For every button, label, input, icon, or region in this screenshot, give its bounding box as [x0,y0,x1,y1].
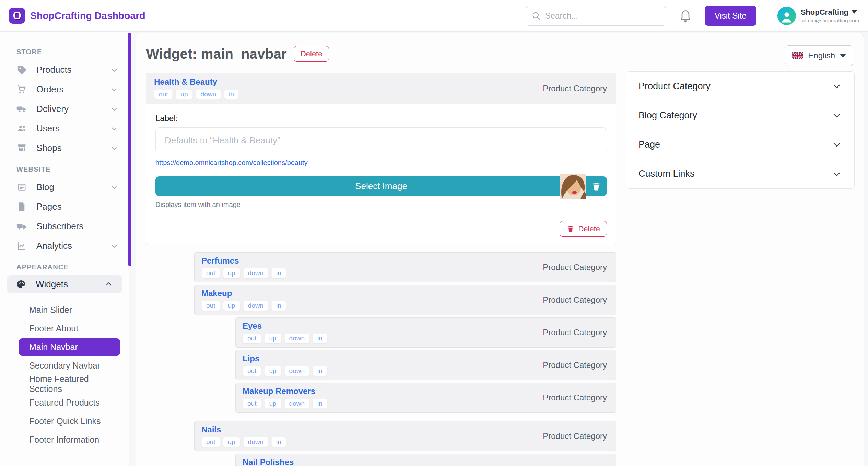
widget-link[interactable]: Home Featured Sections [19,375,120,393]
accordion-header[interactable]: Page [626,130,854,159]
widget-links: Main Slider Footer About Main Navbar Sec… [0,301,129,448]
sidebar-item[interactable]: Blog [0,177,129,197]
item-title-link[interactable]: Health & Beauty [154,77,217,87]
user-menu-caret-icon [852,10,857,14]
accordion-header[interactable]: Blog Category [626,101,854,130]
accordion-label: Page [638,139,660,150]
widget-link[interactable]: Main Slider [19,301,120,318]
image-hint: Displays item with an image [155,201,607,209]
notifications-bell-icon[interactable] [679,8,692,23]
accordion-header[interactable]: Product Category [626,72,854,101]
widget-link[interactable]: Main Navbar [19,338,120,356]
item-type-label: Product Category [543,393,607,403]
editor-card: Health & Beauty outupdownin Product Cate… [146,73,616,245]
chart-icon [16,241,27,251]
move-in-button[interactable]: in [313,398,327,409]
move-down-button[interactable]: down [284,366,309,376]
move-down-button[interactable]: down [284,398,309,409]
sidebar-item[interactable]: Analytics [0,236,129,256]
sidebar-item[interactable]: Orders [0,80,129,99]
sidebar-item[interactable]: Users [0,119,129,138]
sidebar-item[interactable]: Products [0,60,129,80]
move-out-button[interactable]: out [243,333,261,343]
move-out-button[interactable]: out [154,89,173,100]
move-in-button[interactable]: in [271,301,286,311]
remove-image-trash-icon[interactable] [591,181,601,192]
sidebar-item-label: Widgets [36,279,68,290]
move-in-button[interactable]: in [224,89,239,100]
move-up-button[interactable]: up [264,398,281,409]
move-in-button[interactable]: in [313,366,327,376]
sidebar-item[interactable]: Shops [0,138,129,158]
widget-link[interactable]: Footer Information [19,431,120,448]
item-url-link[interactable]: https://demo.omnicartshop.com/collection… [155,159,308,167]
widget-item-row: Lips outupdownin Product Category [235,350,616,380]
visit-site-button[interactable]: Visit Site [705,6,756,26]
move-down-button[interactable]: down [243,268,268,278]
widget-link[interactable]: Footer About [19,320,120,337]
sidebar-item[interactable]: Delivery [0,99,129,119]
search-input[interactable] [526,6,666,26]
sidebar-section-website: WEBSITE Blog Pages Subscribers [0,165,129,256]
move-in-button[interactable]: in [313,333,327,343]
move-out-button[interactable]: out [243,398,261,409]
sidebar-item[interactable]: Subscribers [0,217,129,236]
chevron-down-icon [832,169,842,179]
item-title-link[interactable]: Nails [201,425,221,434]
move-up-button[interactable]: up [223,437,240,447]
user-email: admin@shopcrafting.com [801,18,859,23]
accordion-header[interactable]: Custom Links [626,159,854,188]
move-in-button[interactable]: in [271,437,286,447]
move-up-button[interactable]: up [264,333,281,343]
widget-link[interactable]: Footer Quick Links [19,412,120,430]
select-image-button[interactable]: Select Image [155,176,607,196]
move-out-button[interactable]: out [243,366,261,376]
item-title-link[interactable]: Perfumes [201,256,239,266]
delete-item-button[interactable]: Delete [560,221,607,237]
widget-link[interactable]: Featured Products [19,394,120,411]
item-title-link[interactable]: Makeup [201,289,232,298]
move-up-button[interactable]: up [176,89,192,100]
portrait-image [560,174,586,199]
page-title: Widget: main_navbar [146,46,287,62]
move-controls: outupdownin [154,89,608,100]
item-title-link[interactable]: Nail Polishes [243,457,294,466]
item-title-link[interactable]: Lips [243,354,259,363]
move-up-button[interactable]: up [223,301,240,311]
chevron-down-icon [110,85,119,94]
move-down-button[interactable]: down [243,437,268,447]
label-input[interactable] [155,127,607,153]
sidebar-item-label: Delivery [36,104,69,114]
item-title-link[interactable]: Makeup Removers [243,386,315,396]
move-down-button[interactable]: down [243,301,268,311]
move-out-button[interactable]: out [201,268,220,278]
item-type-label: Product Category [543,263,607,272]
language-select[interactable]: English [785,45,853,66]
move-in-button[interactable]: in [271,268,286,278]
move-down-button[interactable]: down [284,333,309,343]
move-down-button[interactable]: down [196,89,221,100]
widget-link[interactable]: Secondary Navbar [19,357,120,374]
sidebar-item[interactable]: Pages [0,197,129,217]
item-title-link[interactable]: Eyes [243,321,262,331]
user-avatar[interactable] [777,7,796,25]
app-title: ShopCrafting Dashboard [30,10,145,21]
uk-flag-icon [792,52,803,59]
item-type-label: Product Category [543,360,607,370]
sidebar-item-widgets[interactable]: Widgets [7,275,122,293]
delete-widget-button[interactable]: Delete [294,46,329,62]
sidebar-scrollbar[interactable] [128,33,131,266]
sidebar-item-label: Shops [36,143,62,153]
main-panel: Widget: main_navbar Delete English Healt… [136,33,864,466]
chevron-down-icon [840,54,846,58]
editor-card-body: Label: https://demo.omnicartshop.com/col… [146,104,616,245]
search-box [526,6,666,26]
label-caption: Label: [155,114,607,123]
user-menu[interactable]: ShopCrafting admin@shopcrafting.com [801,8,859,24]
move-out-button[interactable]: out [201,437,220,447]
move-up-button[interactable]: up [223,268,240,278]
section-label-store: STORE [16,48,129,56]
move-up-button[interactable]: up [264,366,281,376]
image-thumbnail[interactable] [560,174,586,199]
move-out-button[interactable]: out [201,301,220,311]
